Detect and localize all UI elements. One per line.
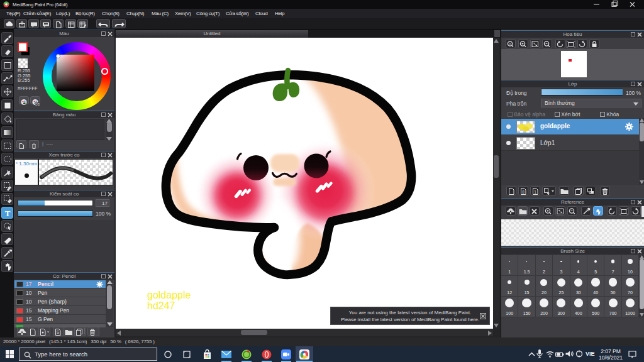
svg-text:S: S bbox=[57, 330, 60, 334]
svg-text:T: T bbox=[5, 209, 11, 218]
svg-text:8: 8 bbox=[522, 190, 525, 194]
svg-text:DB: DB bbox=[35, 102, 40, 106]
svg-text:1: 1 bbox=[534, 190, 536, 194]
